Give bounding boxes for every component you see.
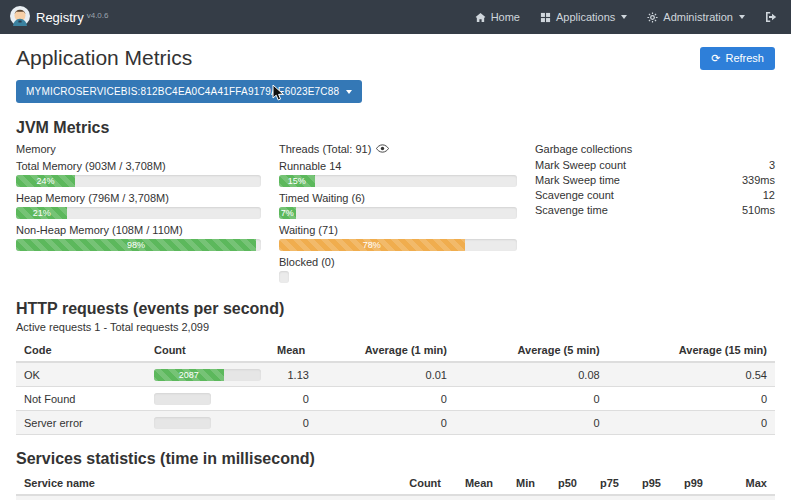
http-avg5: 0 — [455, 411, 608, 435]
http-code: Server error — [16, 411, 146, 435]
nav-home[interactable]: Home — [475, 11, 520, 23]
services-statistics-table: Service name Count Mean Min p50 p75 p95 … — [16, 472, 775, 500]
administration-icon — [647, 12, 658, 23]
gc-row: Scavenge count 12 — [535, 188, 775, 203]
service-p75: 1 — [585, 495, 627, 500]
brand-name: Registry — [36, 10, 84, 25]
col-header-p99: p99 — [669, 472, 711, 495]
nav-administration-label: Administration — [663, 11, 733, 23]
col-header-service-name: Service name — [16, 472, 397, 495]
runnable-label: Runnable 14 — [279, 160, 517, 172]
brand-version: v4.0.6 — [87, 11, 109, 20]
timed-waiting-progress-fill: 7% — [279, 207, 296, 219]
refresh-button-label: Refresh — [725, 52, 764, 64]
http-table-header-row: Code Count Mean Average (1 min) Average … — [16, 339, 775, 362]
nonheap-memory-progressbar: 98% — [16, 239, 261, 251]
col-header-count: Count — [146, 339, 269, 362]
http-avg5: 0 — [455, 387, 608, 411]
waiting-label: Waiting (71) — [279, 224, 517, 236]
http-code: OK — [16, 362, 146, 387]
chevron-down-icon — [346, 90, 352, 94]
http-count-bar — [154, 393, 211, 405]
col-header-max: Max — [711, 472, 775, 495]
blocked-progressbar — [279, 271, 289, 283]
service-p95: 1 — [627, 495, 669, 500]
gc-value: 510ms — [742, 204, 775, 217]
col-header-p75: p75 — [585, 472, 627, 495]
http-mean: 1.13 — [269, 362, 317, 387]
chevron-down-icon — [621, 15, 627, 19]
memory-column: Memory Total Memory (903M / 3,708M) 24% … — [16, 143, 261, 283]
http-mean: 0 — [269, 387, 317, 411]
gc-value: 12 — [763, 189, 775, 202]
nonheap-memory-progress-fill: 98% — [16, 239, 256, 251]
http-avg1: 0 — [317, 387, 455, 411]
gc-value: 339ms — [742, 174, 775, 187]
service-min: 1 — [501, 495, 543, 500]
col-header-avg5: Average (5 min) — [455, 339, 608, 362]
col-header-count: Count — [397, 472, 449, 495]
service-mean: 1 — [449, 495, 501, 500]
waiting-progress-fill: 78% — [279, 239, 465, 251]
brand-link[interactable]: Registry v4.0.6 — [36, 10, 108, 25]
refresh-icon: ⟳ — [711, 52, 720, 65]
waiting-progressbar: 78% — [279, 239, 517, 251]
services-table-header-row: Service name Count Mean Min p50 p75 p95 … — [16, 472, 775, 495]
total-memory-progress-fill: 24% — [16, 175, 75, 187]
gc-row: Scavenge time 510ms — [535, 203, 775, 218]
heap-memory-label: Heap Memory (796M / 3,708M) — [16, 192, 261, 204]
service-max: 1 — [711, 495, 775, 500]
heap-memory-progressbar: 21% — [16, 207, 261, 219]
col-header-p50: p50 — [543, 472, 585, 495]
col-header-code: Code — [16, 339, 146, 362]
nav-applications[interactable]: Applications — [540, 11, 627, 23]
total-memory-progressbar: 24% — [16, 175, 261, 187]
gc-label: Scavenge count — [535, 189, 614, 202]
runnable-progressbar: 15% — [279, 175, 517, 187]
timed-waiting-progressbar: 7% — [279, 207, 517, 219]
registry-logo-icon — [10, 6, 30, 28]
page-title: Application Metrics — [16, 46, 192, 70]
col-header-p95: p95 — [627, 472, 669, 495]
col-header-avg15: Average (15 min) — [608, 339, 775, 362]
nonheap-memory-label: Non-Heap Memory (108M / 110M) — [16, 224, 261, 236]
http-requests-subtitle: Active requests 1 - Total requests 2,099 — [16, 321, 775, 333]
http-code: Not Found — [16, 387, 146, 411]
threads-column: Threads (Total: 91) Runnable 14 15% Time… — [279, 143, 517, 283]
service-count: 2 — [397, 495, 449, 500]
services-statistics-heading: Services statistics (time in millisecond… — [16, 450, 775, 468]
heap-memory-progress-fill: 21% — [16, 207, 67, 219]
gc-label: Mark Sweep time — [535, 174, 620, 187]
http-requests-table: Code Count Mean Average (1 min) Average … — [16, 339, 775, 435]
blocked-label: Blocked (0) — [279, 256, 517, 268]
services-table-row: com.mycompany.myapp.web.rest.LogsResourc… — [16, 495, 775, 500]
http-count-bar: 2087 — [154, 369, 261, 381]
gc-label: Mark Sweep count — [535, 159, 626, 172]
home-icon — [475, 12, 486, 23]
http-count-bar — [154, 417, 211, 429]
http-avg15: 0 — [608, 411, 775, 435]
http-avg1: 0.01 — [317, 362, 455, 387]
gc-label: Scavenge time — [535, 204, 608, 217]
service-p99: 1 — [669, 495, 711, 500]
nav-administration[interactable]: Administration — [647, 11, 745, 23]
gc-heading: Garbage collections — [535, 143, 775, 155]
col-header-mean: Mean — [269, 339, 317, 362]
runnable-progress-fill: 15% — [279, 175, 315, 187]
jvm-metrics-heading: JVM Metrics — [16, 119, 775, 137]
service-name: com.mycompany.myapp.web.rest.LogsResourc… — [16, 495, 397, 500]
http-table-row-not-found: Not Found 0 0 0 0 — [16, 387, 775, 411]
instance-selector-dropdown[interactable]: MYMICROSERVICEBIS:812BC4EA0C4A41FFA9179A… — [16, 80, 362, 103]
sign-out-icon — [765, 11, 777, 23]
timed-waiting-label: Timed Waiting (6) — [279, 192, 517, 204]
main-content: Application Metrics ⟳ Refresh MYMICROSER… — [0, 46, 791, 500]
nav-signout[interactable] — [765, 11, 777, 23]
total-memory-label: Total Memory (903M / 3,708M) — [16, 160, 261, 172]
col-header-min: Min — [501, 472, 543, 495]
service-p50: 1 — [543, 495, 585, 500]
http-mean: 0 — [269, 411, 317, 435]
eye-icon[interactable] — [376, 143, 389, 155]
http-requests-heading: HTTP requests (events per second) — [16, 300, 775, 318]
refresh-button[interactable]: ⟳ Refresh — [700, 47, 775, 70]
http-table-row-server-error: Server error 0 0 0 0 — [16, 411, 775, 435]
